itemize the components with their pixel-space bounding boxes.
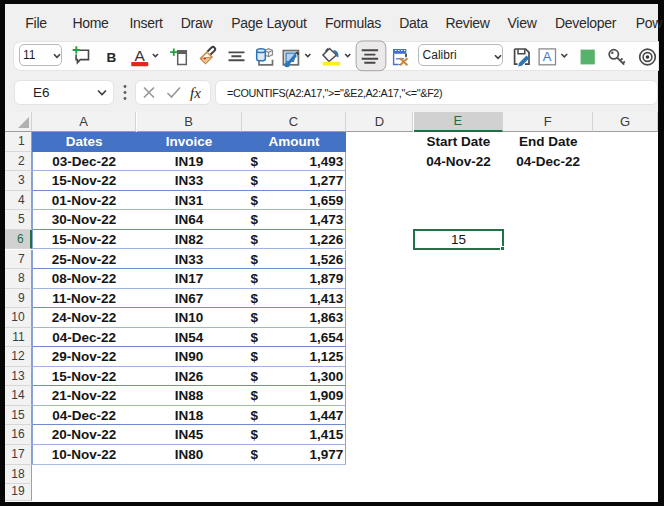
svg-text:B: B (107, 50, 117, 65)
svg-text:A: A (543, 49, 552, 64)
svg-text:A: A (135, 47, 146, 64)
svg-text:fx: fx (190, 85, 201, 101)
